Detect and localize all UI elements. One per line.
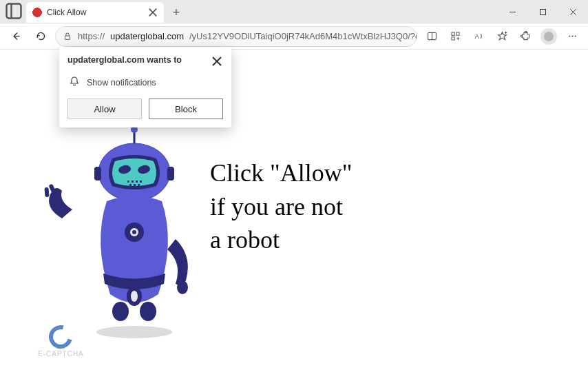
ecaptcha-label: E-CAPTCHA	[38, 350, 84, 358]
url-protocol: https://	[78, 31, 105, 41]
toolbar: https://updaterglobal.com/yUs12YV9ODlUTa…	[0, 23, 588, 50]
minimize-button[interactable]	[497, 0, 527, 23]
collections-button[interactable]	[445, 26, 465, 47]
svg-point-24	[571, 35, 573, 37]
bell-icon	[69, 76, 80, 89]
ecaptcha-badge: E-CAPTCHA	[38, 325, 84, 358]
more-button[interactable]	[562, 26, 582, 47]
svg-rect-14	[451, 37, 454, 40]
svg-point-22	[521, 35, 523, 37]
profile-button[interactable]	[538, 26, 559, 47]
svg-rect-5	[540, 9, 545, 14]
new-tab-button[interactable]: +	[167, 3, 186, 22]
titlebar: Click Allow +	[0, 0, 588, 23]
svg-point-25	[574, 35, 576, 37]
headline-line-3: a robot	[210, 223, 352, 257]
notification-permission-popup: updaterglobal.com wants to Show notifica…	[59, 47, 231, 127]
headline-line-1: Click "Allow"	[210, 156, 352, 190]
svg-point-26	[96, 326, 172, 338]
close-window-button[interactable]	[558, 0, 588, 23]
permission-request-row: Show notifications	[69, 76, 223, 89]
split-screen-button[interactable]	[421, 26, 442, 47]
address-bar[interactable]: https://updaterglobal.com/yUs12YV9ODlUTa…	[55, 26, 417, 47]
svg-rect-43	[94, 167, 101, 181]
maximize-button[interactable]	[527, 0, 558, 23]
browser-tab[interactable]: Click Allow	[26, 2, 164, 23]
tab-close-button[interactable]	[147, 7, 158, 18]
headline: Click "Allow" if you are not a robot	[210, 156, 352, 257]
svg-point-47	[132, 230, 136, 234]
allow-button[interactable]: Allow	[67, 99, 142, 119]
svg-rect-13	[456, 32, 459, 35]
window-controls	[497, 0, 588, 23]
svg-rect-42	[138, 184, 140, 186]
tab-title: Click Allow	[47, 8, 143, 17]
svg-point-51	[140, 302, 156, 321]
favorites-button[interactable]	[492, 26, 512, 47]
favicon-icon	[32, 7, 43, 18]
url-host: updaterglobal.com	[110, 31, 184, 41]
svg-rect-12	[451, 32, 454, 35]
refresh-button[interactable]	[30, 26, 51, 47]
lock-icon	[63, 32, 72, 41]
svg-rect-44	[167, 167, 174, 181]
ecaptcha-icon	[45, 321, 76, 353]
svg-point-49	[131, 291, 138, 302]
svg-rect-37	[132, 181, 134, 183]
svg-point-21	[525, 31, 527, 33]
toolbar-right: A	[421, 26, 582, 47]
svg-point-23	[569, 35, 570, 37]
tab-actions-button[interactable]	[4, 1, 23, 21]
permission-title: updaterglobal.com wants to	[67, 55, 182, 65]
svg-rect-38	[136, 181, 138, 183]
robot-image	[38, 119, 196, 339]
block-button[interactable]: Block	[149, 99, 223, 119]
svg-rect-28	[44, 187, 49, 197]
headline-line-2: if you are not	[210, 190, 352, 224]
svg-rect-41	[134, 184, 136, 186]
read-aloud-button[interactable]: A	[468, 26, 489, 47]
svg-rect-39	[140, 181, 142, 183]
extensions-button[interactable]	[515, 26, 536, 47]
back-button[interactable]	[6, 26, 26, 47]
svg-point-29	[177, 280, 188, 294]
svg-rect-9	[65, 36, 70, 39]
url-path: /yUs12YV9ODlUTaiqiO0jR74kAd6M4b1cWtxBlzH…	[189, 31, 417, 41]
svg-rect-40	[129, 184, 132, 186]
permission-close-button[interactable]	[211, 55, 223, 68]
svg-rect-36	[127, 181, 129, 183]
svg-point-50	[112, 302, 129, 321]
permission-request-text: Show notifications	[87, 78, 156, 87]
svg-text:A: A	[474, 33, 479, 40]
svg-marker-18	[498, 32, 506, 40]
svg-rect-0	[7, 4, 21, 19]
